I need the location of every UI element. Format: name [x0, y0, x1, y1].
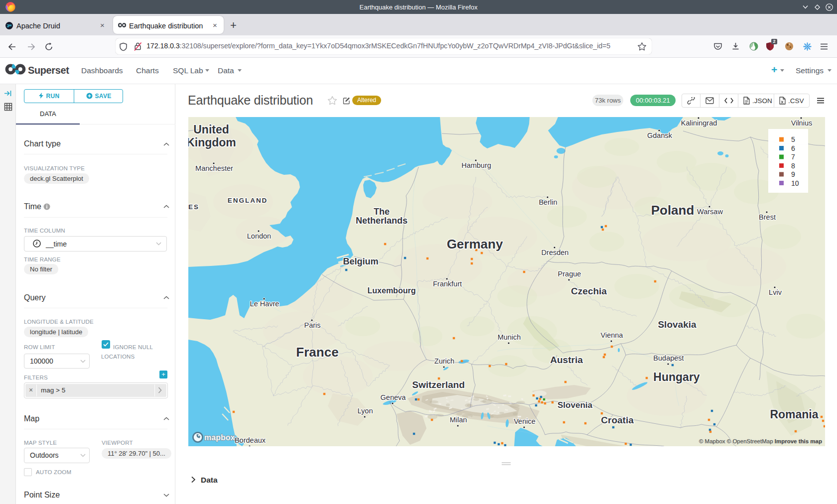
- svg-text:Belgium: Belgium: [343, 256, 378, 266]
- svg-text:France: France: [296, 345, 338, 360]
- svg-text:Slovakia: Slovakia: [658, 319, 697, 330]
- svg-text:Vienna: Vienna: [601, 331, 624, 339]
- svg-text:Switzerland: Switzerland: [412, 379, 465, 390]
- svg-text:Croatia: Croatia: [601, 415, 634, 425]
- svg-text:Kingdom: Kingdom: [188, 136, 236, 149]
- svg-text:Luxembourg: Luxembourg: [368, 286, 416, 295]
- svg-text:8: 8: [791, 162, 795, 170]
- svg-text:Paris: Paris: [304, 321, 320, 329]
- svg-text:7: 7: [791, 153, 795, 161]
- svg-text:Kaliningrad: Kaliningrad: [681, 119, 717, 127]
- svg-text:Budapest: Budapest: [653, 354, 684, 362]
- svg-text:10: 10: [791, 179, 799, 187]
- svg-text:Warsaw: Warsaw: [697, 208, 723, 216]
- svg-text:Prague: Prague: [558, 270, 581, 278]
- svg-text:Romania: Romania: [770, 408, 818, 421]
- svg-text:Netherlands: Netherlands: [356, 216, 408, 226]
- svg-text:Vilnius: Vilnius: [791, 119, 812, 127]
- svg-text:Poland: Poland: [651, 203, 695, 218]
- svg-text:The: The: [374, 207, 390, 217]
- svg-text:Lviv: Lviv: [769, 288, 782, 296]
- svg-text:Austria: Austria: [550, 355, 583, 365]
- svg-text:Milan: Milan: [450, 416, 467, 424]
- svg-text:Lyon: Lyon: [358, 407, 373, 415]
- svg-text:9: 9: [791, 170, 795, 178]
- svg-text:Geneva: Geneva: [381, 393, 407, 401]
- svg-text:Germany: Germany: [447, 237, 503, 252]
- svg-text:Slovenia: Slovenia: [558, 400, 592, 410]
- svg-text:Brest: Brest: [759, 213, 776, 221]
- svg-text:Manchester: Manchester: [195, 164, 233, 172]
- svg-text:Le Havre: Le Havre: [250, 300, 279, 308]
- svg-text:© Mapbox © OpenStreetMap Impro: © Mapbox © OpenStreetMap Improve this ma…: [699, 438, 822, 444]
- svg-text:Berlin: Berlin: [539, 198, 557, 206]
- svg-text:Hamburg: Hamburg: [461, 161, 491, 169]
- svg-text:Bordeaux: Bordeaux: [235, 436, 266, 444]
- svg-text:Zurich: Zurich: [434, 357, 454, 365]
- svg-text:ENGLAND: ENGLAND: [228, 197, 268, 204]
- svg-text:Dresden: Dresden: [542, 249, 569, 256]
- svg-text:Venice: Venice: [514, 417, 536, 425]
- svg-text:Munich: Munich: [498, 333, 521, 341]
- svg-text:5: 5: [791, 135, 795, 143]
- svg-text:mapbox: mapbox: [204, 433, 235, 442]
- svg-text:6: 6: [791, 144, 795, 152]
- svg-text:Frankfurt: Frankfurt: [433, 280, 462, 288]
- svg-text:United: United: [193, 123, 229, 136]
- svg-text:Hungary: Hungary: [653, 371, 700, 383]
- svg-text:London: London: [247, 232, 271, 240]
- svg-text:ES: ES: [188, 203, 199, 211]
- svg-text:Czechia: Czechia: [571, 286, 607, 296]
- svg-text:Gdansk: Gdansk: [647, 131, 673, 139]
